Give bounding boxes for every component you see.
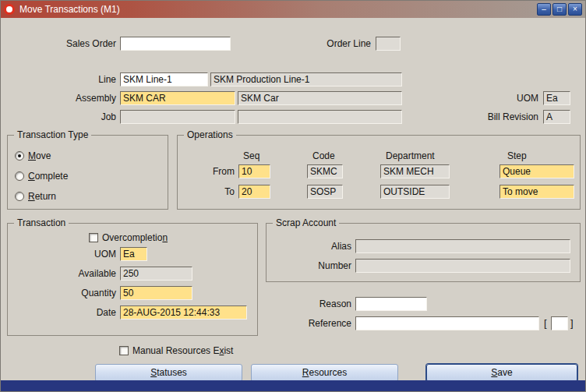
oracle-logo-icon — [4, 4, 15, 15]
move-radio[interactable] — [15, 151, 24, 161]
line-description-field: SKM Production Line-1 — [210, 72, 402, 87]
reference-flexfield[interactable] — [551, 316, 568, 330]
bill-revision-label: Bill Revision — [468, 111, 538, 123]
reference-label: Reference — [289, 317, 351, 330]
operations-group-title: Operations — [184, 129, 236, 141]
from-row-label: From — [196, 165, 235, 178]
available-field: 250 — [120, 267, 192, 281]
manual-resources-exist-checkbox[interactable] — [119, 346, 129, 355]
status-bar — [1, 380, 585, 391]
complete-radio-label[interactable]: Complete — [28, 171, 68, 182]
to-step-input[interactable] — [500, 185, 574, 199]
close-button[interactable]: × — [568, 3, 582, 16]
manual-resources-exist-label[interactable]: Manual Resources Exist — [132, 345, 233, 356]
return-radio[interactable] — [15, 192, 24, 201]
transaction-type-group-title: Transaction Type — [14, 129, 91, 141]
job-field — [120, 110, 235, 124]
bill-revision-field: A — [543, 110, 570, 124]
date-input[interactable] — [120, 305, 247, 320]
seq-column-header: Seq — [243, 150, 259, 162]
flexfield-open-bracket: [ — [544, 316, 547, 330]
alias-label: Alias — [289, 240, 351, 253]
to-row-label: To — [196, 185, 235, 198]
alias-field — [355, 239, 570, 253]
reference-input[interactable] — [355, 316, 539, 330]
order-line-label: Order Line — [301, 37, 371, 50]
to-department-field: OUTSIDE — [380, 185, 450, 199]
save-button[interactable]: Save — [426, 364, 577, 382]
assembly-label: Assembly — [38, 92, 116, 104]
job-label: Job — [38, 111, 116, 123]
transaction-uom-label: UOM — [69, 248, 116, 260]
line-label: Line — [38, 73, 116, 86]
available-label: Available — [54, 267, 116, 280]
assembly-description-field: SKM Car — [238, 91, 402, 105]
transaction-uom-input[interactable] — [120, 247, 147, 261]
date-label: Date — [69, 306, 116, 319]
resources-button[interactable]: Resources — [251, 364, 398, 382]
from-seq-input[interactable] — [238, 164, 270, 178]
statuses-button[interactable]: Statuses — [95, 364, 242, 382]
order-line-field — [376, 37, 401, 51]
titlebar: Move Transactions (M1) – □ × — [1, 1, 585, 18]
sales-order-input[interactable] — [120, 37, 231, 51]
number-field — [355, 259, 570, 273]
code-column-header: Code — [312, 150, 335, 162]
transaction-group-title: Transaction — [14, 217, 69, 229]
minimize-button[interactable]: – — [537, 3, 551, 16]
complete-radio[interactable] — [15, 171, 24, 181]
sales-order-label: Sales Order — [32, 37, 116, 50]
reason-input[interactable] — [355, 297, 427, 311]
to-seq-input[interactable] — [238, 185, 270, 199]
quantity-label: Quantity — [54, 287, 116, 299]
quantity-input[interactable] — [120, 286, 192, 300]
scrap-account-group-title: Scrap Account — [273, 217, 339, 229]
maximize-button[interactable]: □ — [552, 3, 567, 16]
department-column-header: Department — [386, 150, 435, 162]
from-step-input[interactable] — [500, 164, 574, 178]
from-department-field: SKM MECH — [380, 164, 450, 178]
number-label: Number — [289, 260, 351, 272]
window-title: Move Transactions (M1) — [19, 4, 535, 15]
reason-label: Reason — [289, 298, 351, 310]
to-code-field: SOSP — [307, 185, 343, 199]
from-code-field: SKMC — [307, 164, 343, 178]
line-input[interactable] — [120, 72, 208, 87]
move-transactions-window: Move Transactions (M1) – □ × Sales Order… — [0, 0, 586, 392]
uom-header-label: UOM — [484, 92, 538, 104]
step-column-header: Step — [507, 150, 527, 162]
move-radio-label[interactable]: Move — [28, 150, 51, 161]
job-description-field — [238, 110, 402, 124]
return-radio-label[interactable]: Return — [28, 191, 56, 202]
assembly-input[interactable] — [120, 91, 235, 105]
uom-header-field: Ea — [543, 91, 570, 105]
overcompletion-checkbox[interactable] — [89, 233, 98, 242]
flexfield-close-bracket: ] — [570, 316, 574, 330]
overcompletion-label[interactable]: Overcompletion — [102, 232, 168, 243]
